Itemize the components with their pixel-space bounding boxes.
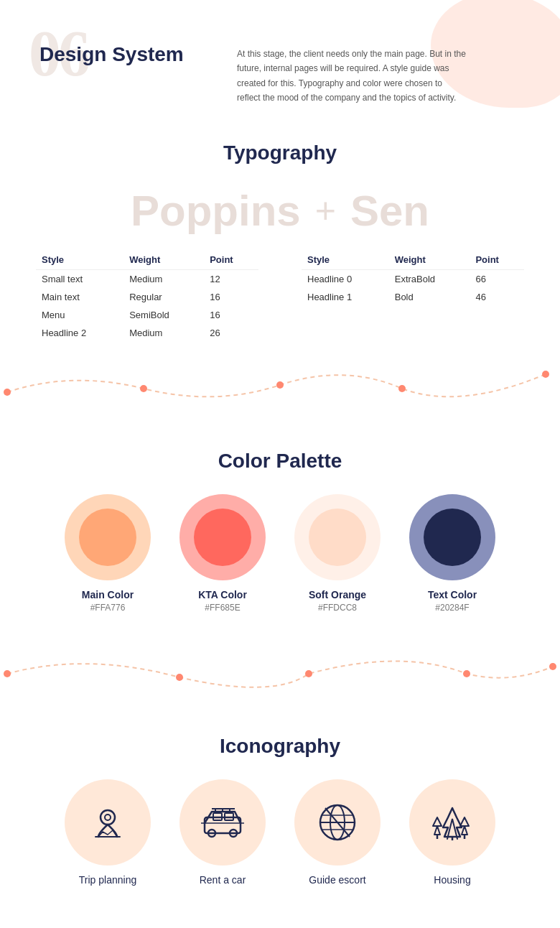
style-cell: Small text — [36, 269, 123, 288]
color-inner-soft — [309, 509, 366, 566]
svg-point-8 — [463, 670, 470, 677]
table-row: Headline 1 Bold 46 — [302, 288, 524, 306]
svg-point-5 — [4, 670, 11, 677]
color-inner-text — [424, 509, 481, 566]
color-outer-text — [409, 494, 495, 580]
icon-circle-trip — [65, 779, 151, 866]
typo-table-left: Style Weight Point Small text Medium 12 … — [36, 250, 258, 342]
point-cell: 16 — [204, 288, 258, 306]
header: 06 Design System At this stage, the clie… — [0, 0, 560, 120]
icon-label-housing: Housing — [409, 874, 495, 886]
color-item-text: Text Color #20284F — [409, 494, 495, 613]
svg-point-10 — [101, 810, 115, 825]
color-name-main: Main Color — [65, 589, 151, 600]
font-display: Poppins + Sen — [36, 186, 524, 236]
icon-circle-housing — [409, 779, 495, 866]
col-style-1: Style — [36, 250, 123, 270]
svg-point-9 — [549, 663, 556, 670]
color-item-main: Main Color #FFA776 — [65, 494, 151, 613]
typography-section: Typography Poppins + Sen Style Weight Po… — [0, 120, 560, 342]
weight-cell: SemiBold — [123, 306, 204, 324]
color-palette-title: Color Palette — [36, 450, 524, 473]
rent-a-car-icon — [197, 797, 248, 848]
icon-label-car: Rent a car — [179, 874, 266, 886]
icon-circle-car — [179, 779, 266, 866]
typo-table-right: Style Weight Point Headline 0 ExtraBold … — [302, 250, 524, 342]
svg-point-4 — [542, 371, 549, 378]
point-cell: 26 — [204, 324, 258, 342]
style-cell: Headline 2 — [36, 324, 123, 342]
svg-point-7 — [305, 670, 312, 677]
color-outer-kta — [179, 494, 266, 580]
point-cell: 16 — [204, 306, 258, 324]
housing-icon — [427, 797, 477, 848]
table-row: Main text Regular 16 — [36, 288, 258, 306]
font-poppins: Poppins — [131, 186, 301, 236]
weight-cell: Bold — [389, 288, 470, 306]
icon-grid: Trip planning — [36, 779, 524, 886]
font-sen: Sen — [350, 186, 429, 236]
color-section: Color Palette Main Color #FFA776 KTA Col… — [0, 421, 560, 634]
color-inner-kta — [194, 509, 251, 566]
svg-point-2 — [276, 381, 284, 389]
col-point-2: Point — [470, 250, 524, 270]
icon-label-guide: Guide escort — [294, 874, 381, 886]
color-item-soft: Soft Orange #FFDCC8 — [294, 494, 381, 613]
color-outer-main — [65, 494, 151, 580]
point-cell: 12 — [204, 269, 258, 288]
table-row: Menu SemiBold 16 — [36, 306, 258, 324]
table-row: Small text Medium 12 — [36, 269, 258, 288]
iconography-title: Iconography — [36, 735, 524, 758]
color-circles: Main Color #FFA776 KTA Color #FF685E Sof… — [36, 494, 524, 613]
typography-tables: Style Weight Point Small text Medium 12 … — [36, 250, 524, 342]
icon-label-trip: Trip planning — [65, 874, 151, 886]
svg-point-0 — [4, 389, 11, 396]
header-left: 06 Design System — [36, 29, 223, 66]
page-description: At this stage, the client needs only the… — [223, 29, 467, 106]
svg-point-6 — [176, 674, 183, 681]
icon-item-trip: Trip planning — [65, 779, 151, 886]
weight-cell: Medium — [123, 269, 204, 288]
icon-item-guide: Guide escort — [294, 779, 381, 886]
svg-point-11 — [105, 815, 111, 820]
color-hex-kta: #FF685E — [179, 603, 266, 613]
table-row: Headline 2 Medium 26 — [36, 324, 258, 342]
weight-cell: Medium — [123, 324, 204, 342]
color-hex-soft: #FFDCC8 — [294, 603, 381, 613]
style-cell: Main text — [36, 288, 123, 306]
trip-planning-icon — [83, 797, 133, 848]
color-inner-main — [79, 509, 136, 566]
font-plus-sign: + — [315, 190, 336, 231]
style-cell: Headline 0 — [302, 269, 389, 288]
icon-circle-guide — [294, 779, 381, 866]
color-name-text: Text Color — [409, 589, 495, 600]
svg-point-1 — [140, 385, 147, 392]
typography-title: Typography — [36, 141, 524, 164]
col-weight-1: Weight — [123, 250, 204, 270]
col-point-1: Point — [204, 250, 258, 270]
weight-cell: ExtraBold — [389, 269, 470, 288]
style-cell: Headline 1 — [302, 288, 389, 306]
guide-escort-icon — [312, 797, 363, 848]
icon-item-housing: Housing — [409, 779, 495, 886]
color-item-kta: KTA Color #FF685E — [179, 494, 266, 613]
wavy-divider-2 — [0, 641, 560, 699]
table-row: Headline 0 ExtraBold 66 — [302, 269, 524, 288]
color-name-soft: Soft Orange — [294, 589, 381, 600]
col-style-2: Style — [302, 250, 389, 270]
svg-marker-32 — [443, 808, 462, 837]
page-title: Design System — [36, 29, 223, 66]
color-outer-soft — [294, 494, 381, 580]
iconography-section: Iconography Trip planning — [0, 706, 560, 914]
color-name-kta: KTA Color — [179, 589, 266, 600]
point-cell: 66 — [470, 269, 524, 288]
point-cell: 46 — [470, 288, 524, 306]
icon-item-car: Rent a car — [179, 779, 266, 886]
weight-cell: Regular — [123, 288, 204, 306]
svg-marker-28 — [433, 817, 442, 835]
col-weight-2: Weight — [389, 250, 470, 270]
wavy-divider-1 — [0, 356, 560, 414]
style-cell: Menu — [36, 306, 123, 324]
color-hex-main: #FFA776 — [65, 603, 151, 613]
color-hex-text: #20284F — [409, 603, 495, 613]
